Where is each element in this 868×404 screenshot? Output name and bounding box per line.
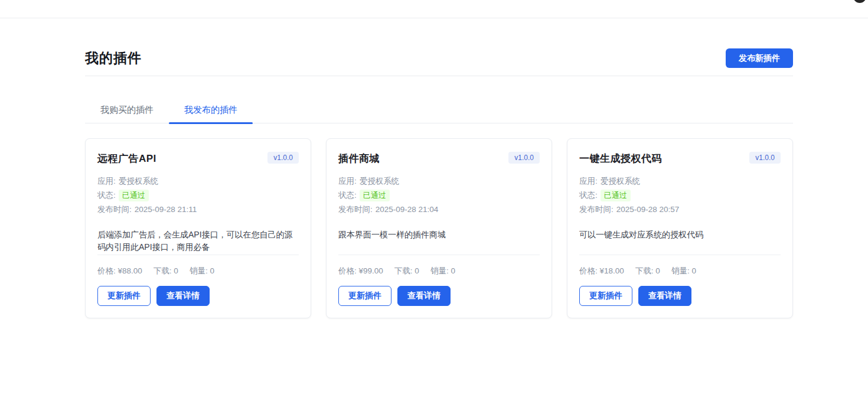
status-badge: 已通过 bbox=[360, 190, 390, 201]
meta-publish-time-label: 发布时间: bbox=[579, 203, 614, 217]
page-title: 我的插件 bbox=[85, 49, 142, 67]
plugin-title: 远程广告API bbox=[97, 152, 156, 165]
meta-publish-time-value: 2025-09-28 21:04 bbox=[376, 203, 439, 217]
plugin-meta: 应用: 爱授权系统 状态: 已通过 发布时间: 2025-09-28 21:11 bbox=[97, 174, 299, 217]
view-detail-button[interactable]: 查看详情 bbox=[638, 286, 691, 306]
plugin-stats: 价格: ¥18.00 下载: 0 销量: 0 bbox=[579, 255, 781, 276]
meta-status: 状态: 已通过 bbox=[579, 188, 781, 203]
plugin-stats: 价格: ¥99.00 下载: 0 销量: 0 bbox=[338, 255, 540, 276]
meta-publish-time-value: 2025-09-28 21:11 bbox=[135, 203, 197, 217]
main-content: 我的插件 发布新插件 我购买的插件 我发布的插件 远程广告API v1.0.0 … bbox=[85, 18, 793, 318]
stat-price-value: ¥18.00 bbox=[600, 266, 624, 275]
tab-purchased-plugins[interactable]: 我购买的插件 bbox=[85, 97, 169, 123]
stat-downloads-value: 0 bbox=[655, 266, 660, 275]
card-actions: 更新插件 查看详情 bbox=[97, 286, 299, 306]
meta-app-label: 应用: bbox=[579, 174, 598, 188]
page-header: 我的插件 发布新插件 bbox=[85, 18, 793, 76]
meta-publish-time-label: 发布时间: bbox=[338, 203, 373, 217]
plugin-description: 可以一键生成对应系统的授权代码 bbox=[579, 229, 781, 241]
plugin-meta: 应用: 爱授权系统 状态: 已通过 发布时间: 2025-09-28 21:04 bbox=[338, 174, 540, 217]
version-badge: v1.0.0 bbox=[267, 152, 299, 164]
plugin-description: 跟本界面一模一样的插件商城 bbox=[338, 229, 540, 241]
meta-publish-time: 发布时间: 2025-09-28 21:04 bbox=[338, 203, 540, 217]
stat-price: 价格: ¥88.00 bbox=[97, 266, 142, 276]
stat-downloads-value: 0 bbox=[415, 266, 419, 275]
top-bar bbox=[0, 0, 868, 18]
stat-downloads: 下载: 0 bbox=[635, 266, 660, 276]
tab-bar: 我购买的插件 我发布的插件 bbox=[85, 97, 793, 123]
stat-price: 价格: ¥99.00 bbox=[338, 266, 383, 276]
plugin-card: 插件商城 v1.0.0 应用: 爱授权系统 状态: 已通过 发布时间: 2025… bbox=[326, 138, 552, 318]
stat-sales-label: 销量: bbox=[430, 266, 449, 275]
stat-sales-value: 0 bbox=[451, 266, 455, 275]
stat-price-label: 价格: bbox=[97, 266, 116, 275]
publish-new-plugin-button[interactable]: 发布新插件 bbox=[726, 48, 793, 68]
stat-price-value: ¥88.00 bbox=[118, 266, 142, 275]
update-plugin-button[interactable]: 更新插件 bbox=[579, 286, 632, 306]
meta-status: 状态: 已通过 bbox=[97, 188, 299, 203]
card-bottom: 价格: ¥99.00 下载: 0 销量: 0 更新插件 查看详情 bbox=[338, 255, 540, 306]
meta-app-value: 爱授权系统 bbox=[119, 174, 159, 188]
plugin-card: 远程广告API v1.0.0 应用: 爱授权系统 状态: 已通过 发布时间: 2… bbox=[85, 138, 311, 318]
stat-price: 价格: ¥18.00 bbox=[579, 266, 624, 276]
stat-downloads-label: 下载: bbox=[394, 266, 413, 275]
plugin-meta: 应用: 爱授权系统 状态: 已通过 发布时间: 2025-09-28 20:57 bbox=[579, 174, 781, 217]
stat-sales: 销量: 0 bbox=[190, 266, 214, 276]
view-detail-button[interactable]: 查看详情 bbox=[156, 286, 210, 306]
meta-app-value: 爱授权系统 bbox=[601, 174, 641, 188]
meta-publish-time-label: 发布时间: bbox=[97, 203, 132, 217]
status-badge: 已通过 bbox=[119, 190, 149, 201]
version-badge: v1.0.0 bbox=[508, 152, 540, 164]
plugin-stats: 价格: ¥88.00 下载: 0 销量: 0 bbox=[97, 255, 299, 276]
meta-status-label: 状态: bbox=[579, 188, 598, 203]
stat-price-value: ¥99.00 bbox=[359, 266, 383, 275]
meta-app-label: 应用: bbox=[338, 174, 357, 188]
card-header: 插件商城 v1.0.0 bbox=[338, 152, 540, 165]
card-bottom: 价格: ¥18.00 下载: 0 销量: 0 更新插件 查看详情 bbox=[579, 255, 781, 306]
plugin-title: 插件商城 bbox=[338, 152, 380, 165]
meta-publish-time-value: 2025-09-28 20:57 bbox=[616, 203, 680, 217]
update-plugin-button[interactable]: 更新插件 bbox=[338, 286, 391, 306]
meta-app-label: 应用: bbox=[97, 174, 116, 188]
plugin-card-grid: 远程广告API v1.0.0 应用: 爱授权系统 状态: 已通过 发布时间: 2… bbox=[85, 138, 793, 318]
card-header: 一键生成授权代码 v1.0.0 bbox=[579, 152, 781, 165]
meta-app: 应用: 爱授权系统 bbox=[338, 174, 540, 188]
plugin-card: 一键生成授权代码 v1.0.0 应用: 爱授权系统 状态: 已通过 发布时间: … bbox=[567, 138, 793, 318]
card-bottom: 价格: ¥88.00 下载: 0 销量: 0 更新插件 查看详情 bbox=[97, 255, 299, 306]
meta-status: 状态: 已通过 bbox=[338, 188, 540, 203]
card-actions: 更新插件 查看详情 bbox=[338, 286, 540, 306]
update-plugin-button[interactable]: 更新插件 bbox=[97, 286, 151, 306]
stat-downloads-label: 下载: bbox=[154, 266, 172, 275]
stat-downloads-value: 0 bbox=[174, 266, 178, 275]
meta-status-label: 状态: bbox=[338, 188, 357, 203]
stat-sales: 销量: 0 bbox=[430, 266, 455, 276]
stat-sales: 销量: 0 bbox=[671, 266, 696, 276]
plugin-title: 一键生成授权代码 bbox=[579, 152, 662, 165]
meta-status-label: 状态: bbox=[97, 188, 116, 203]
status-badge: 已通过 bbox=[601, 190, 631, 201]
meta-publish-time: 发布时间: 2025-09-28 21:11 bbox=[97, 203, 299, 217]
stat-sales-label: 销量: bbox=[671, 266, 690, 275]
stat-downloads: 下载: 0 bbox=[154, 266, 178, 276]
stat-price-label: 价格: bbox=[338, 266, 357, 275]
meta-publish-time: 发布时间: 2025-09-28 20:57 bbox=[579, 203, 781, 217]
version-badge: v1.0.0 bbox=[749, 152, 781, 164]
tab-published-plugins[interactable]: 我发布的插件 bbox=[169, 97, 253, 123]
meta-app: 应用: 爱授权系统 bbox=[579, 174, 781, 188]
stat-downloads: 下载: 0 bbox=[394, 266, 419, 276]
stat-sales-value: 0 bbox=[210, 266, 214, 275]
stat-sales-value: 0 bbox=[691, 266, 696, 275]
stat-price-label: 价格: bbox=[579, 266, 598, 275]
card-actions: 更新插件 查看详情 bbox=[579, 286, 781, 306]
plugin-description: 后端添加广告后，会生成API接口，可以在您自己的源码内引用此API接口，商用必备 bbox=[97, 229, 299, 253]
stat-downloads-label: 下载: bbox=[635, 266, 654, 275]
avatar[interactable] bbox=[853, 0, 866, 3]
view-detail-button[interactable]: 查看详情 bbox=[397, 286, 451, 306]
meta-app: 应用: 爱授权系统 bbox=[97, 174, 299, 188]
stat-sales-label: 销量: bbox=[190, 266, 208, 275]
card-header: 远程广告API v1.0.0 bbox=[97, 152, 299, 165]
meta-app-value: 爱授权系统 bbox=[360, 174, 400, 188]
